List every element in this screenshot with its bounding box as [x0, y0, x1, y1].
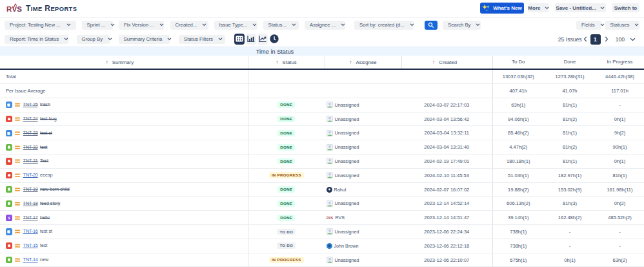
svg-text:RVS: RVS: [327, 217, 334, 220]
